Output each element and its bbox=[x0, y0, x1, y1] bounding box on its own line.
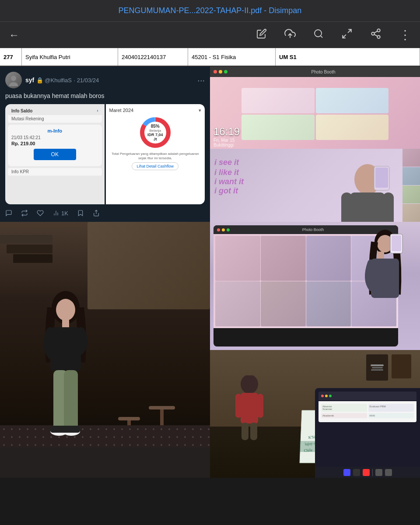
svg-rect-24 bbox=[375, 168, 388, 188]
bank-ok-button[interactable]: OK bbox=[34, 149, 76, 160]
svg-line-9 bbox=[374, 31, 377, 33]
tweet-image-bank: Info Saldo › Mutasi Rekening m-Info 21/0… bbox=[5, 104, 105, 204]
svg-point-28 bbox=[56, 299, 75, 321]
info-saldo-header: Info Saldo › bbox=[8, 107, 102, 115]
mutasi-row[interactable]: Mutasi Rekening bbox=[8, 115, 102, 123]
cashflow-header: Maret 2024 ▾ bbox=[109, 108, 202, 113]
pdf-row-number: 277 bbox=[0, 48, 22, 66]
inspirational-text: i see it i like it i want it i got it bbox=[214, 157, 244, 196]
tweet-user-info: syf 🔒 @KhulfiaS · 21/03/24 bbox=[25, 76, 194, 84]
svg-point-1 bbox=[315, 30, 322, 37]
edit-icon[interactable] bbox=[256, 28, 267, 42]
svg-rect-22 bbox=[383, 192, 394, 222]
svg-line-8 bbox=[374, 34, 377, 36]
cashflow-note: Total Pengeluaran yang ditampilkan adala… bbox=[109, 152, 202, 161]
svg-point-10 bbox=[11, 76, 16, 81]
svg-line-4 bbox=[343, 35, 346, 38]
svg-rect-21 bbox=[341, 192, 352, 222]
avatar bbox=[5, 72, 22, 88]
svg-point-11 bbox=[9, 82, 18, 86]
photobooth-title: Photo Booth bbox=[311, 70, 335, 74]
search-icon[interactable] bbox=[313, 28, 324, 42]
starbucks-panel: Photo Booth bbox=[210, 222, 420, 478]
cashflow-donut: 85% Belanja IDR 7,04 Jt bbox=[138, 115, 173, 150]
title-bar: PENGUMUMAN-PE...2022-TAHAP-II.pdf - Disi… bbox=[0, 0, 420, 22]
svg-point-6 bbox=[371, 32, 374, 35]
pdf-table-row: 277 Syifa Khulfia Putri 24040122140137 4… bbox=[0, 48, 420, 66]
bookmark-action[interactable] bbox=[77, 210, 84, 217]
retweet-action[interactable] bbox=[21, 210, 28, 217]
bank-notification: m-Info 21/03 15:42:21 Rp. 219.00 OK bbox=[8, 125, 102, 166]
tweet-image-cashflow: Maret 2024 ▾ 85% Belanja IDR 7,04 Jt bbox=[106, 104, 205, 204]
like-action[interactable] bbox=[37, 210, 44, 217]
analytics-action[interactable]: 1K bbox=[52, 210, 68, 217]
tweet-panel: syf 🔒 @KhulfiaS · 21/03/24 ··· puasa buk… bbox=[0, 66, 210, 222]
avatar-image bbox=[5, 72, 22, 88]
tweet-images: Info Saldo › Mutasi Rekening m-Info 21/0… bbox=[5, 104, 205, 204]
comment-action[interactable] bbox=[5, 210, 12, 217]
info-saldo-panel: Info Saldo › Mutasi Rekening bbox=[8, 107, 102, 123]
tweet-text: puasa bukannya hemat malah boros bbox=[5, 92, 205, 101]
svg-rect-46 bbox=[257, 394, 263, 418]
svg-rect-20 bbox=[350, 192, 385, 222]
pdf-row-tag: UM S1 bbox=[276, 48, 420, 66]
cashflow-detail-button[interactable]: Lihat Detail Cashflow bbox=[132, 162, 178, 170]
tweet-footer: 1K bbox=[5, 208, 205, 217]
svg-rect-44 bbox=[241, 393, 258, 424]
upload-icon[interactable] bbox=[284, 28, 296, 42]
svg-rect-39 bbox=[377, 252, 384, 259]
photo-panel-top-right: Photo Booth 16:19 Fri, Mar 15 Bukittingg… bbox=[210, 66, 420, 222]
tweet-username: syf 🔒 @KhulfiaS · 21/03/24 bbox=[25, 76, 194, 84]
pdf-row-id: 24040122140137 bbox=[118, 48, 188, 66]
fullscreen-icon[interactable] bbox=[341, 28, 353, 42]
svg-line-2 bbox=[321, 35, 322, 37]
back-button[interactable]: ← bbox=[9, 29, 19, 41]
svg-rect-45 bbox=[235, 394, 242, 418]
cafe-photo-panel bbox=[0, 222, 210, 478]
svg-line-3 bbox=[348, 29, 351, 33]
svg-point-43 bbox=[241, 375, 258, 394]
mac-photobooth-label: Photo Booth bbox=[302, 228, 324, 232]
pdf-row-major: 45201 - S1 Fisika bbox=[188, 48, 276, 66]
donut-label: 85% Belanja IDR 7,04 Jt bbox=[147, 124, 164, 141]
svg-rect-40 bbox=[371, 259, 399, 298]
analytics-count: 1K bbox=[61, 210, 68, 217]
svg-rect-32 bbox=[64, 370, 78, 431]
phone-mirror-panel: Photo Booth bbox=[210, 222, 420, 350]
tweet-share-action[interactable] bbox=[93, 210, 100, 217]
svg-rect-48 bbox=[250, 423, 257, 440]
pdf-row-name: Syifa Khulfia Putri bbox=[22, 48, 118, 66]
svg-point-5 bbox=[377, 29, 380, 32]
info-kpr-row[interactable]: Info KPR bbox=[8, 168, 102, 176]
airport-coffee-panel: ● ● SOEKARNO-HATTA INTERNATIONAL AIRP... bbox=[210, 350, 420, 478]
share-icon[interactable] bbox=[370, 28, 382, 42]
lock-icon: 🔒 bbox=[36, 77, 45, 84]
document-title: PENGUMUMAN-PE...2022-TAHAP-II.pdf - Disi… bbox=[119, 6, 302, 15]
more-icon[interactable]: ⋮ bbox=[399, 28, 411, 42]
time-display: 16:19 Fri, Mar 15 Bukittinggi bbox=[214, 126, 240, 147]
tweet-header: syf 🔒 @KhulfiaS · 21/03/24 ··· bbox=[5, 72, 205, 88]
svg-text:Chile: Chile bbox=[304, 448, 312, 453]
svg-rect-42 bbox=[392, 235, 401, 251]
svg-rect-47 bbox=[242, 423, 248, 440]
svg-rect-36 bbox=[63, 426, 80, 433]
content-area: syf 🔒 @KhulfiaS · 21/03/24 ··· puasa buk… bbox=[0, 66, 420, 525]
toolbar: ← ⋮ bbox=[0, 22, 420, 48]
svg-point-7 bbox=[377, 35, 380, 38]
tweet-more-icon[interactable]: ··· bbox=[197, 75, 205, 85]
cafe-person bbox=[35, 284, 96, 452]
